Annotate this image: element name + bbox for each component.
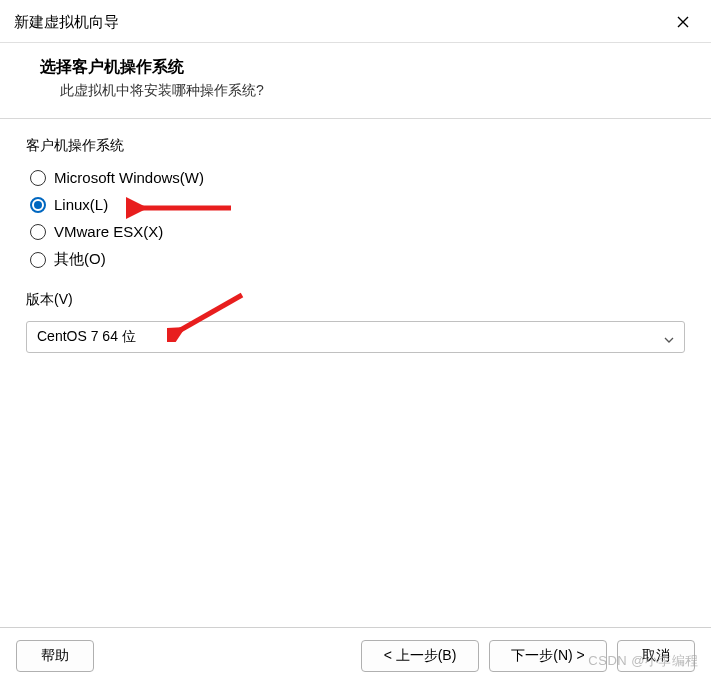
window-title: 新建虚拟机向导 <box>14 13 119 32</box>
back-button[interactable]: < 上一步(B) <box>361 640 479 672</box>
radio-label: Microsoft Windows(W) <box>54 169 204 186</box>
close-icon <box>677 12 689 33</box>
titlebar: 新建虚拟机向导 <box>0 0 711 43</box>
version-select[interactable]: CentOS 7 64 位 <box>26 321 685 353</box>
wizard-content: 客户机操作系统 Microsoft Windows(W) Linux(L) VM… <box>0 119 711 363</box>
radio-vmware-esx[interactable]: VMware ESX(X) <box>26 223 685 240</box>
help-button[interactable]: 帮助 <box>16 640 94 672</box>
radio-icon <box>30 252 46 268</box>
annotation-arrow-icon <box>126 194 236 222</box>
radio-windows[interactable]: Microsoft Windows(W) <box>26 169 685 186</box>
radio-icon <box>30 170 46 186</box>
radio-label: VMware ESX(X) <box>54 223 163 240</box>
radio-icon <box>30 224 46 240</box>
radio-label: 其他(O) <box>54 250 106 269</box>
os-group-label: 客户机操作系统 <box>26 137 685 155</box>
radio-label: Linux(L) <box>54 196 108 213</box>
page-title: 选择客户机操作系统 <box>40 57 687 78</box>
wizard-header: 选择客户机操作系统 此虚拟机中将安装哪种操作系统? <box>0 43 711 119</box>
radio-icon <box>30 197 46 213</box>
radio-linux[interactable]: Linux(L) <box>26 196 685 213</box>
chevron-down-icon <box>664 332 674 342</box>
version-block: 版本(V) CentOS 7 64 位 <box>26 291 685 353</box>
close-button[interactable] <box>669 8 697 36</box>
version-selected-value: CentOS 7 64 位 <box>37 328 136 346</box>
watermark: CSDN @小李编程 <box>588 652 699 670</box>
radio-other[interactable]: 其他(O) <box>26 250 685 269</box>
version-label: 版本(V) <box>26 291 685 309</box>
page-subtitle: 此虚拟机中将安装哪种操作系统? <box>40 82 687 100</box>
